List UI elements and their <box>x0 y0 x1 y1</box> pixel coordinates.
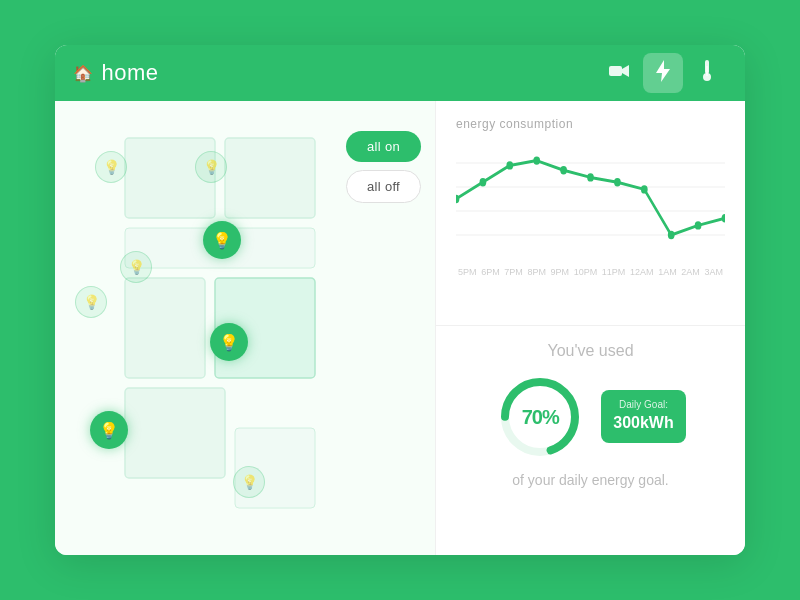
chart-label-8pm: 8PM <box>527 267 546 277</box>
goal-label: Daily Goal: <box>613 398 673 412</box>
svg-point-26 <box>695 221 702 229</box>
chart-label-5pm: 5PM <box>458 267 477 277</box>
chart-label-3am: 3AM <box>704 267 723 277</box>
main-card: 🏠 home <box>55 45 745 555</box>
goal-box: Daily Goal: 300kWh <box>601 390 685 442</box>
lightning-button[interactable] <box>643 53 683 93</box>
chart-label-12am: 12AM <box>630 267 654 277</box>
lightning-icon <box>656 60 670 87</box>
temperature-icon <box>701 60 713 87</box>
energy-chart <box>456 139 725 259</box>
goal-value: 300kWh <box>613 412 673 434</box>
all-on-button[interactable]: all on <box>346 131 421 162</box>
stats-footer: of your daily energy goal. <box>512 472 668 488</box>
header-icons <box>599 53 727 93</box>
svg-rect-7 <box>225 138 315 218</box>
chart-label-2am: 2AM <box>681 267 700 277</box>
svg-point-22 <box>587 173 594 181</box>
app-title: home <box>102 60 159 86</box>
svg-rect-5 <box>706 66 708 76</box>
chart-label-1am: 1AM <box>658 267 677 277</box>
donut-chart: 70% <box>495 372 585 462</box>
stats-section: You've used 70% <box>436 326 745 556</box>
chart-title: energy consumption <box>456 117 725 131</box>
svg-point-18 <box>480 178 487 186</box>
svg-rect-0 <box>609 66 622 76</box>
svg-point-19 <box>506 161 513 169</box>
chart-label-6pm: 6PM <box>481 267 500 277</box>
svg-marker-2 <box>656 60 670 82</box>
stats-row: 70% Daily Goal: 300kWh <box>495 372 685 462</box>
stats-header: You've used <box>547 342 633 360</box>
camera-button[interactable] <box>599 53 639 93</box>
svg-rect-11 <box>125 388 225 478</box>
bulb-2[interactable]: 💡 <box>195 151 227 183</box>
chart-label-10pm: 10PM <box>574 267 598 277</box>
svg-point-20 <box>533 156 540 164</box>
bulb-6[interactable]: 💡 <box>210 323 248 361</box>
svg-point-21 <box>560 166 567 174</box>
bulb-4[interactable]: 💡 <box>120 251 152 283</box>
chart-section: energy consumption <box>436 101 745 326</box>
bulb-3[interactable]: 💡 <box>203 221 241 259</box>
home-icon: 🏠 <box>73 64 94 83</box>
bulb-7[interactable]: 💡 <box>90 411 128 449</box>
chart-label-9pm: 9PM <box>551 267 570 277</box>
temperature-button[interactable] <box>687 53 727 93</box>
all-off-button[interactable]: all off <box>346 170 421 203</box>
header: 🏠 home <box>55 45 745 101</box>
chart-label-7pm: 7PM <box>504 267 523 277</box>
chart-labels: 5PM 6PM 7PM 8PM 9PM 10PM 11PM 12AM 1AM 2… <box>456 267 725 277</box>
header-title: 🏠 home <box>73 60 599 86</box>
svg-point-23 <box>614 178 621 186</box>
chart-label-11pm: 11PM <box>602 267 626 277</box>
right-panel: energy consumption <box>435 101 745 555</box>
bulb-8[interactable]: 💡 <box>233 466 265 498</box>
bulb-1[interactable]: 💡 <box>95 151 127 183</box>
svg-rect-9 <box>125 278 205 378</box>
donut-percentage: 70% <box>522 405 559 428</box>
bulb-5[interactable]: 💡 <box>75 286 107 318</box>
svg-point-27 <box>722 214 725 222</box>
svg-point-24 <box>641 185 648 193</box>
camera-icon <box>609 63 629 84</box>
svg-point-25 <box>668 231 675 239</box>
svg-marker-1 <box>622 65 629 77</box>
floor-panel: 💡 💡 💡 💡 💡 💡 💡 💡 all on all off <box>55 101 435 555</box>
content-area: 💡 💡 💡 💡 💡 💡 💡 💡 all on all off <box>55 101 745 555</box>
control-buttons: all on all off <box>346 131 421 203</box>
